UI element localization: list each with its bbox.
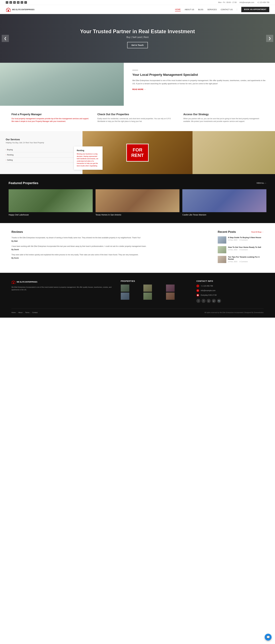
nav-about[interactable]: ABOUT US: [184, 8, 194, 11]
about-body: We Elite Enterprises Incorporated is one…: [132, 79, 266, 85]
bullet-icon: ›: [6, 149, 6, 150]
logo[interactable]: WE ELITE ENTERPRISES: [6, 7, 34, 12]
footer-twitter-icon[interactable]: t: [196, 299, 200, 303]
feature-body-3: When you partner with us, you can be sur…: [183, 117, 264, 123]
services-section: Our Services Helping You Buy, Sell, Or R…: [0, 131, 275, 174]
service-selling-label: Selling: [7, 159, 12, 161]
review-item-1: Thanks to We Elite Enterprises Incorpora…: [12, 236, 206, 242]
reviews-title: Reviews: [12, 230, 206, 234]
hero-title: Your Trusted Partner in Real Estate Inve…: [80, 28, 195, 34]
footer-prop-4[interactable]: [121, 292, 129, 300]
footer-pinterest-icon[interactable]: p: [207, 299, 211, 303]
review-author-2: By David: [12, 248, 19, 250]
footer-nav-home[interactable]: Home: [12, 312, 16, 313]
logo-icon: [6, 7, 11, 12]
google-icon[interactable]: g: [10, 1, 12, 4]
facebook-icon[interactable]: f: [6, 1, 8, 4]
service-selling[interactable]: › Selling: [6, 158, 77, 162]
top-bar: f g in ✉ p t Mon - Fri : 09:00 - 17:00 i…: [0, 0, 275, 5]
hero-cta-button[interactable]: Get in Touch: [127, 42, 148, 48]
nav-services[interactable]: SERVICES: [208, 8, 217, 11]
email-info: info@example.com: [240, 2, 254, 4]
pinterest-icon[interactable]: p: [20, 1, 23, 4]
top-bar-left: f g in ✉ p t: [6, 1, 27, 4]
services-subtitle: Helping You Buy, Sell, Or Rent Your Next…: [6, 142, 77, 144]
read-more-link[interactable]: READ MORE →: [132, 88, 146, 90]
hero-prev-button[interactable]: ❮: [2, 35, 9, 42]
svg-marker-1: [6, 8, 10, 9]
hero-next-button[interactable]: ❯: [266, 35, 273, 42]
footer-phone: 📞 +1 123-456-789: [196, 284, 264, 288]
footer-prop-1[interactable]: [121, 284, 129, 292]
post-title-3[interactable]: Ten Tips For Tenants Looking For A Renta…: [228, 256, 264, 260]
social-icons: f g in ✉ p t: [6, 1, 27, 4]
book-appointment-button[interactable]: BOOK AN APPOINTMENT: [241, 7, 269, 12]
read-all-blogs-link[interactable]: Read All Blogs →: [251, 231, 264, 233]
properties-grid: Happy Owl Lakehouse Texas Homes In San A…: [8, 189, 266, 216]
footer-prop-5[interactable]: [143, 292, 152, 300]
property-name-3: Castle-Like Texas Mansion: [182, 214, 266, 216]
footer-prop-2[interactable]: [143, 284, 152, 292]
footer-nav-terms[interactable]: Terms: [25, 312, 30, 313]
twitter-icon[interactable]: t: [24, 1, 27, 4]
footer-properties-title: PROPERTIES: [121, 280, 188, 282]
post-meta-1: 14 Nov, 2023 · 0 Comment: [228, 239, 261, 241]
footer-email: ✉ info@example.com: [196, 289, 264, 292]
post-title-1[interactable]: 8 Step Guide To Buying A New House: [228, 236, 261, 238]
svg-rect-2: [8, 10, 9, 12]
property-image-1: [8, 189, 93, 212]
property-card-2[interactable]: Texas Homes In San Antonio: [96, 189, 180, 216]
post-comments-2: 0 Comment: [240, 249, 248, 250]
main-nav: HOME ABOUT US BLOG SERVICES CONTACT US |…: [175, 7, 269, 12]
post-title-2[interactable]: How To Get Your Home Ready To Sell: [228, 246, 261, 248]
feature-title-2: Check Out Our Properties: [98, 113, 178, 116]
rent-sign: FOR RENT: [126, 144, 148, 162]
services-title: Our Services: [6, 138, 77, 141]
footer-copyright: All rights reserved by We Elite Enterpri…: [204, 312, 264, 313]
view-all-link[interactable]: VIEW ALL →: [256, 182, 266, 184]
feature-title-1: Find a Property Manager: [12, 113, 92, 116]
linkedin-icon[interactable]: in: [13, 1, 16, 4]
post-comments-1: 0 Comment: [240, 239, 248, 241]
footer-col-about: WE ELITE ENTERPRISES We Elite Enterprise…: [12, 280, 112, 303]
post-date-1: 14 Nov, 2023: [228, 239, 237, 241]
footer-prop-3[interactable]: [166, 284, 174, 292]
footer-nav-about[interactable]: About: [18, 312, 22, 313]
footer-prop-6[interactable]: [166, 292, 174, 300]
property-card-1[interactable]: Happy Owl Lakehouse: [8, 189, 93, 216]
about-title: Your Local Property Management Specialis…: [132, 73, 266, 77]
footer-nav-contact[interactable]: Contact: [32, 312, 38, 313]
footer-google-icon[interactable]: g+: [212, 299, 216, 303]
post-info-1: 8 Step Guide To Buying A New House 14 No…: [228, 236, 261, 241]
post-info-3: Ten Tips For Tenants Looking For A Renta…: [228, 256, 264, 262]
review-author-3: By Kevin: [12, 257, 19, 259]
footer-instagram-icon[interactable]: 📷: [217, 299, 221, 303]
svg-marker-4: [12, 280, 15, 282]
property-card-3[interactable]: Castle-Like Texas Mansion: [182, 189, 266, 216]
email-contact-icon: ✉: [196, 289, 199, 292]
nav-blog[interactable]: BLOG: [198, 8, 203, 11]
schedule: Mon - Fri : 09:00 - 17:00: [218, 2, 236, 4]
post-date-2: 14 Nov, 2023: [228, 249, 237, 250]
bullet-icon-3: ›: [6, 159, 6, 161]
service-buying[interactable]: › Buying: [6, 147, 77, 152]
email-icon[interactable]: ✉: [17, 1, 20, 4]
post-meta-3: 14 Nov, 2023 · 0 Comment: [228, 261, 264, 262]
property-image-3: [182, 189, 266, 212]
reviews-column: Reviews Thanks to We Elite Enterprises I…: [12, 230, 206, 266]
hero-section: ❮ Your Trusted Partner in Real Estate In…: [0, 14, 275, 63]
posts-column: Recent Posts Read All Blogs → 8 Step Gui…: [218, 230, 264, 266]
footer-facebook-icon[interactable]: f: [202, 299, 206, 303]
post-meta-2: 14 Nov, 2023 · 0 Comment: [228, 249, 261, 250]
nav-home[interactable]: HOME: [175, 8, 180, 11]
nav-contact[interactable]: CONTACT US: [221, 8, 232, 11]
about-image-inner: [0, 63, 124, 106]
footer-grid: WE ELITE ENTERPRISES We Elite Enterprise…: [12, 280, 264, 303]
feature-body-2: Easily search for residential, commercia…: [98, 117, 178, 123]
post-thumbnail-1: [218, 236, 226, 244]
footer-contact-title: CONTACT INFO: [196, 280, 264, 282]
services-middle: FOR RENT Renting Moving your business is…: [82, 131, 192, 174]
service-renting[interactable]: › Renting: [6, 152, 77, 158]
featured-title: Featured Properties: [8, 181, 38, 185]
about-section: Your Local Property Management Specialis…: [0, 63, 275, 106]
